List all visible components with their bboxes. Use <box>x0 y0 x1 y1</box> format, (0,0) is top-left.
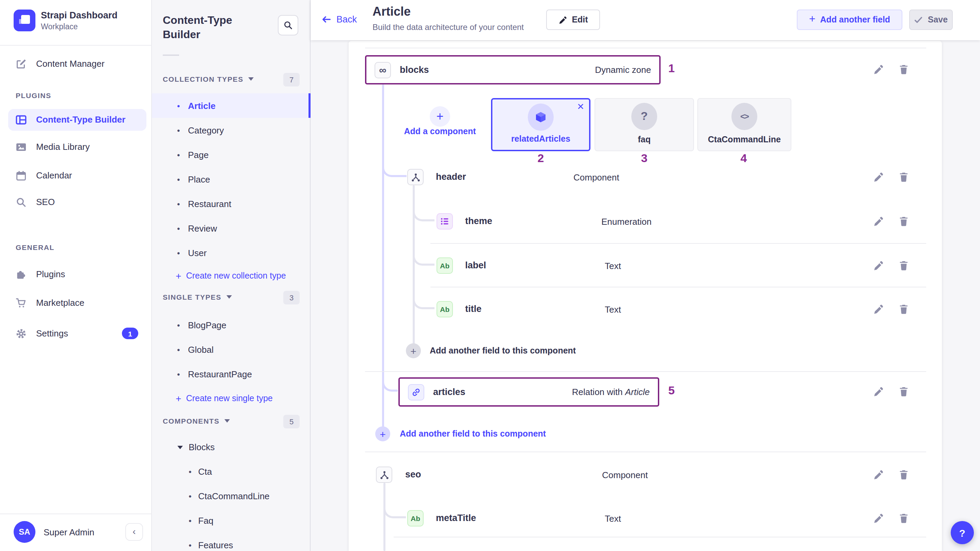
dynamic-zone-icon: ∞ <box>375 62 391 78</box>
subnav-item-faq[interactable]: • Faq <box>152 513 310 532</box>
component-card-relatedarticles[interactable]: ✕ relatedArticles <box>491 98 590 151</box>
delete-field-button[interactable] <box>898 260 909 271</box>
sidebar-item-media-library[interactable]: Media Library <box>0 136 152 158</box>
subnav-item-restaurant[interactable]: • Restaurant <box>152 196 310 215</box>
edit-field-button[interactable] <box>873 172 884 183</box>
back-link[interactable]: Back <box>321 14 357 24</box>
tree-connector <box>413 251 434 266</box>
edit-button[interactable]: Edit <box>546 10 600 30</box>
delete-field-button[interactable] <box>898 513 909 524</box>
save-button[interactable]: Save <box>909 10 953 30</box>
subnav-item-blogpage[interactable]: • BlogPage <box>152 317 310 336</box>
edit-field-button[interactable] <box>873 304 884 315</box>
sidebar-item-label: Media Library <box>36 142 90 152</box>
sidebar-item-content-manager[interactable]: Content Manager <box>0 53 152 75</box>
field-type: Text <box>605 304 621 315</box>
delete-field-button[interactable] <box>898 469 909 480</box>
subnav-item-label: Global <box>188 345 213 355</box>
component-card-ctacommandline[interactable]: <> CtaCommandLine <box>697 98 791 151</box>
text-field-icon: Ab <box>436 301 453 317</box>
subnav-item-place[interactable]: • Place <box>152 172 310 191</box>
content-type-builder-subnav: Content-Type Builder COLLECTION TYPES 7 … <box>152 0 310 551</box>
search-icon <box>16 197 27 208</box>
subnav-group-blocks[interactable]: Blocks <box>152 439 310 459</box>
field-name: title <box>465 304 482 314</box>
subnav-item-label: Faq <box>198 516 213 526</box>
edit-field-button[interactable] <box>873 260 884 271</box>
subnav-item-label: Category <box>188 125 224 135</box>
subnav-item-label: Article <box>188 101 216 111</box>
annotation-4: 4 <box>735 152 752 166</box>
field-name: blocks <box>400 65 429 75</box>
workspace-title: Strapi Dashboard <box>41 10 118 21</box>
delete-field-button[interactable] <box>898 216 909 227</box>
delete-field-button[interactable] <box>898 172 909 183</box>
add-component-button[interactable]: + <box>430 106 450 127</box>
plus-icon: + <box>809 13 816 25</box>
add-field-to-component-button[interactable]: + <box>375 426 390 441</box>
cube-icon <box>528 104 554 131</box>
single-types-header[interactable]: SINGLE TYPES <box>163 293 232 301</box>
add-field-to-component-button[interactable]: + <box>406 343 421 358</box>
close-icon[interactable]: ✕ <box>577 102 584 112</box>
subnav-title: Content-Type Builder <box>163 14 265 42</box>
relation-icon <box>408 384 424 400</box>
create-collection-type-link[interactable]: + Create new collection type <box>176 271 286 281</box>
section-label: SINGLE TYPES <box>163 293 221 301</box>
add-another-field-button[interactable]: + Add another field <box>797 10 902 30</box>
bullet-icon: • <box>177 224 180 234</box>
tree-line-seo-component <box>383 483 385 551</box>
workspace-subtitle: Workplace <box>41 22 78 31</box>
subnav-item-cta[interactable]: • Cta <box>152 464 310 483</box>
edit-field-button[interactable] <box>873 216 884 227</box>
edit-field-button[interactable] <box>873 469 884 480</box>
sidebar-item-plugins[interactable]: Plugins <box>0 264 152 285</box>
help-button[interactable]: ? <box>951 521 974 544</box>
divider <box>394 537 926 537</box>
tree-connector <box>383 503 406 518</box>
delete-field-button[interactable] <box>898 386 909 397</box>
pen-icon <box>16 59 27 70</box>
subnav-item-features[interactable]: • Features <box>152 537 310 551</box>
subnav-item-category[interactable]: • Category <box>152 123 310 142</box>
strapi-logo[interactable] <box>14 10 35 31</box>
general-section-label: GENERAL <box>16 243 54 251</box>
field-row-articles-highlighted[interactable]: articles Relation with Article <box>398 377 659 407</box>
components-header[interactable]: COMPONENTS <box>163 417 231 425</box>
subnav-item-ctacommandline[interactable]: • CtaCommandLine <box>152 488 310 507</box>
divider <box>163 54 179 56</box>
edit-field-button[interactable] <box>873 513 884 524</box>
collection-types-header[interactable]: COLLECTION TYPES <box>163 75 255 83</box>
collapse-sidebar-button[interactable]: ‹ <box>125 523 143 541</box>
delete-field-button[interactable] <box>898 304 909 315</box>
sidebar-item-settings[interactable]: Settings 1 <box>0 323 152 345</box>
code-icon: <> <box>732 103 757 130</box>
component-card-faq[interactable]: ? faq <box>595 98 694 151</box>
subnav-item-restaurantpage[interactable]: • RestaurantPage <box>152 366 310 385</box>
bullet-icon: • <box>177 370 180 379</box>
sidebar-item-marketplace[interactable]: Marketplace <box>0 292 152 314</box>
sidebar-item-calendar[interactable]: Calendar <box>0 165 152 186</box>
plus-icon: + <box>410 346 417 356</box>
add-field-to-component-label[interactable]: Add another field to this component <box>430 346 576 355</box>
subnav-item-review[interactable]: • Review <box>152 221 310 240</box>
sidebar-item-content-type-builder[interactable]: Content-Type Builder <box>8 109 146 131</box>
subnav-item-user[interactable]: • User <box>152 245 310 264</box>
add-component-label[interactable]: Add a component <box>399 127 481 136</box>
edit-field-button[interactable] <box>873 64 884 75</box>
bullet-icon: • <box>177 126 180 135</box>
bullet-icon: • <box>189 467 191 477</box>
create-single-type-link[interactable]: + Create new single type <box>176 393 273 404</box>
subnav-item-global[interactable]: • Global <box>152 342 310 361</box>
subnav-item-article[interactable]: • Article <box>152 98 310 117</box>
plugins-section-label: PLUGINS <box>16 91 51 99</box>
search-button[interactable] <box>278 15 298 35</box>
collection-types-count: 7 <box>283 73 300 86</box>
edit-field-button[interactable] <box>873 386 884 397</box>
subnav-item-page[interactable]: • Page <box>152 147 310 166</box>
add-field-to-component-label[interactable]: Add another field to this component <box>400 429 546 439</box>
field-row-blocks-highlighted[interactable]: ∞ blocks Dynamic zone <box>365 55 660 84</box>
sidebar-item-seo[interactable]: SEO <box>0 191 152 213</box>
delete-field-button[interactable] <box>898 64 909 75</box>
avatar[interactable]: SA <box>14 521 35 543</box>
